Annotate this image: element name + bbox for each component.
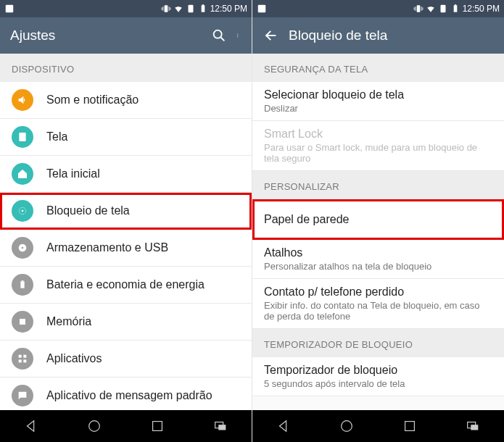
svg-rect-2 [188,5,193,13]
item-label: Smart Lock [264,128,492,141]
item-sound[interactable]: Som e notificação [0,82,252,119]
vibrate-icon [413,4,424,14]
svg-rect-28 [453,5,457,12]
sound-icon [12,89,33,111]
home-button[interactable] [86,418,102,434]
item-shortcuts[interactable]: Atalhos Personalizar atalhos na tela de … [252,240,504,279]
svg-point-13 [22,247,24,249]
phone-left: 12:50 PM Ajustes DISPOSITIVO Som e notif… [0,0,252,442]
section-header-dispositivo: DISPOSITIVO [0,54,252,82]
search-icon[interactable] [211,28,227,43]
data-icon [438,4,448,14]
svg-rect-27 [440,5,445,13]
svg-point-21 [89,421,100,432]
phone-right: 12:50 PM Bloqueio de tela SEGURANÇA DA T… [252,0,504,442]
cast-button[interactable] [212,418,228,434]
item-display[interactable]: Tela [0,119,252,156]
item-label: Selecionar bloqueio de tela [264,88,404,101]
apps-icon [12,348,33,370]
item-label: Armazenamento e USB [46,241,168,254]
item-lockscreen[interactable]: Bloqueio de tela [0,193,252,230]
item-lock-timer[interactable]: Temporizador de bloqueio 5 segundos após… [252,357,504,396]
item-wallpaper[interactable]: Papel de parede [252,199,504,240]
svg-rect-3 [201,5,205,12]
item-label: Bloqueio de tela [46,204,130,217]
memory-icon [12,311,33,333]
item-sub: Personalizar atalhos na tela de bloqueio [264,261,431,272]
item-home[interactable]: Tela inicial [0,156,252,193]
svg-rect-26 [416,5,420,12]
svg-rect-29 [454,4,455,6]
svg-rect-25 [258,5,266,13]
lock-icon [12,200,33,222]
item-label: Memória [46,315,91,328]
app-bar: Bloqueio de tela [252,17,504,54]
svg-rect-14 [20,281,24,288]
item-battery[interactable]: Bateria e economia de energia [0,267,252,304]
svg-point-30 [342,421,352,432]
gallery-icon [257,4,267,14]
message-icon [12,385,33,406]
app-bar: Ajustes [0,17,252,54]
item-apps[interactable]: Aplicativos [0,341,252,378]
storage-icon [12,237,33,259]
recent-button[interactable] [149,418,165,434]
vibrate-icon [161,4,171,14]
svg-rect-33 [471,425,478,430]
item-smart-lock: Smart Lock Para usar o Smart lock, mude … [252,121,504,171]
cast-button[interactable] [465,418,481,434]
item-label: Aplicativo de mensagem padrão [46,389,212,402]
home-button[interactable] [339,418,355,434]
lockscreen-settings: SEGURANÇA DA TELA Selecionar bloqueio de… [252,54,504,410]
svg-rect-22 [152,422,162,431]
back-button[interactable] [23,418,39,434]
section-header-seguranca: SEGURANÇA DA TELA [252,54,504,82]
back-button[interactable] [276,418,292,434]
svg-point-11 [22,210,24,212]
svg-rect-16 [20,319,25,325]
svg-rect-17 [19,355,22,358]
item-messaging[interactable]: Aplicativo de mensagem padrão [0,378,252,410]
status-bar: 12:50 PM [252,0,504,17]
data-icon [186,4,196,14]
recent-button[interactable] [402,418,418,434]
item-sub: 5 segundos após intervalo de tela [264,378,405,389]
status-bar: 12:50 PM [0,0,252,17]
item-lost-contact[interactable]: Contato p/ telefone perdido Exibir info.… [252,279,504,329]
item-label: Papel de parede [264,213,349,226]
item-memory[interactable]: Memória [0,304,252,341]
status-time: 12:50 PM [463,4,500,14]
svg-rect-9 [19,133,25,141]
more-icon[interactable] [237,28,241,43]
item-label: Tela inicial [46,167,100,180]
battery-icon [450,4,460,14]
item-sub: Deslizar [264,103,404,114]
item-sub: Exibir info. do contato na Tela de bloqu… [264,300,492,322]
back-icon[interactable] [263,28,278,43]
svg-rect-18 [23,355,26,358]
item-select-lock[interactable]: Selecionar bloqueio de tela Deslizar [252,82,504,121]
item-label: Bateria e economia de energia [46,278,205,291]
item-label: Atalhos [264,246,431,259]
svg-rect-4 [202,4,203,6]
item-storage[interactable]: Armazenamento e USB [0,230,252,267]
item-label: Contato p/ telefone perdido [264,285,492,299]
svg-rect-15 [22,280,24,281]
status-time: 12:50 PM [210,4,247,14]
svg-rect-31 [405,422,414,431]
nav-bar [252,410,504,442]
wifi-icon [173,4,183,14]
settings-list: DISPOSITIVO Som e notificação Tela Tela … [0,54,252,410]
wifi-icon [426,4,436,14]
nav-bar [0,410,252,442]
svg-rect-1 [164,5,168,12]
svg-rect-24 [218,425,226,430]
page-title: Ajustes [10,28,201,43]
svg-rect-19 [19,359,22,362]
page-title: Bloqueio de tela [289,28,494,43]
item-label: Aplicativos [46,352,102,365]
item-label: Som e notificação [46,93,139,107]
battery-icon [198,4,208,14]
battery-icon [12,274,33,296]
gallery-icon [4,4,15,14]
